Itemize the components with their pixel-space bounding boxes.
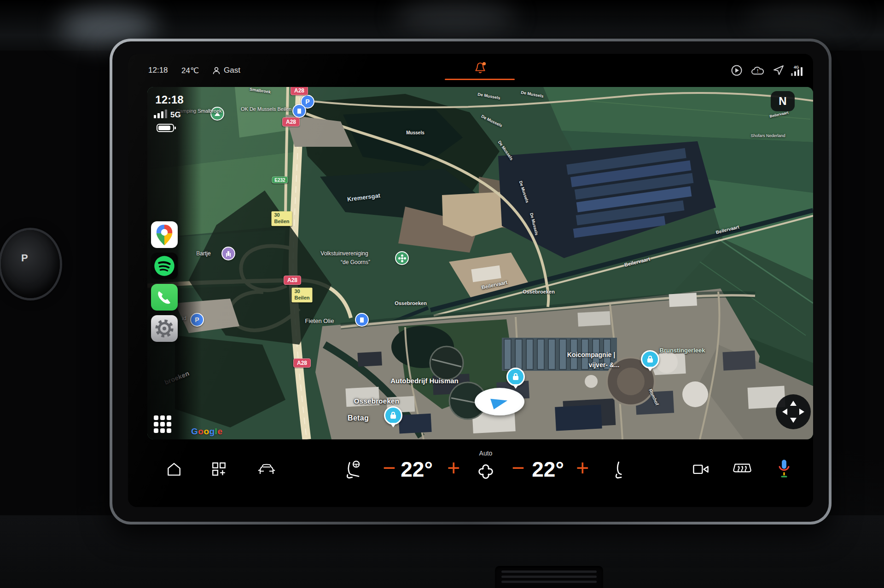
locked-place-pin[interactable] <box>384 406 402 425</box>
user-profile[interactable]: Gast <box>224 66 240 75</box>
carplay-icon <box>730 64 743 77</box>
fuel-poi-icon[interactable] <box>292 104 306 118</box>
outside-temperature: 24℃ <box>181 66 199 75</box>
lock-icon <box>641 350 659 369</box>
camera-button[interactable] <box>692 461 710 477</box>
pan-down-icon[interactable] <box>790 418 797 423</box>
monument-poi-icon[interactable] <box>221 247 235 260</box>
map-label: OK De Mussels Beilen <box>241 106 291 112</box>
climate-bar: − 22° + Auto − 22° + <box>128 439 813 507</box>
map-label: Mussels <box>406 130 424 135</box>
passenger-temp-value: 22° <box>532 457 564 482</box>
carplay-home-grid[interactable] <box>154 415 175 435</box>
map-label: Ossebroeken <box>523 289 555 294</box>
home-button[interactable] <box>166 461 182 477</box>
passenger-temp-minus[interactable]: − <box>512 455 524 480</box>
map-label: Volkstuinvereniging <box>320 250 368 257</box>
map-label: Ossebroeken <box>354 397 399 405</box>
cloud-alert-icon: ! <box>750 66 765 76</box>
map-label: Betag <box>348 414 369 422</box>
map-label: Brunstingerleek <box>660 347 705 354</box>
road-shield: E232 <box>272 177 288 184</box>
carplay-signal-5g: 5G <box>153 109 186 119</box>
road-shield: A28 <box>284 276 301 285</box>
map-label: Fieten Olie <box>305 317 334 324</box>
pan-right-icon[interactable] <box>799 409 804 415</box>
dashboard-lower <box>0 515 884 588</box>
fan-mode-label: Auto <box>479 450 493 457</box>
air-vent <box>495 566 603 588</box>
app-google-maps[interactable] <box>151 221 178 248</box>
driver-temp-minus[interactable]: − <box>383 455 395 480</box>
driver-temp-value: 22° <box>401 457 433 482</box>
battery-icon <box>157 123 177 133</box>
garden-poi-icon[interactable] <box>395 251 409 265</box>
status-bar: 12:18 24℃ Gast ! 4G <box>128 54 813 87</box>
fuel-poi-icon[interactable] <box>355 313 369 327</box>
navigation-arrow-icon <box>490 394 509 409</box>
driver-seat-button[interactable] <box>343 460 363 480</box>
notifications-bell-icon[interactable] <box>472 61 488 75</box>
map-label: “de Goorns” <box>341 259 370 265</box>
app-spotify[interactable] <box>151 253 178 279</box>
infotainment-screen: 12:18 24℃ Gast ! 4G <box>128 54 813 507</box>
fan-button[interactable] <box>477 462 495 481</box>
app-settings[interactable] <box>151 315 178 342</box>
road-shield: 30Beilen <box>271 211 292 226</box>
location-arrow-icon <box>773 64 785 76</box>
car-settings-button[interactable] <box>257 461 276 477</box>
locked-place-pin[interactable] <box>506 368 525 386</box>
parking-brake-knob[interactable] <box>1 230 60 298</box>
apps-button[interactable] <box>211 461 227 477</box>
satellite-imagery <box>147 87 813 439</box>
signal-4g-icon: 4G <box>789 64 805 77</box>
pan-control[interactable] <box>776 394 811 429</box>
pillar-glow-2 <box>746 3 856 30</box>
locked-place-pin[interactable] <box>641 350 659 369</box>
lock-icon <box>384 406 402 425</box>
pan-left-icon[interactable] <box>782 409 787 415</box>
pillar-glow <box>396 0 516 32</box>
carplay-sidebar: 12:18 5G <box>147 87 202 439</box>
satellite-map[interactable]: Camping SmalbroekSmalbroekOK De Mussels … <box>147 87 813 439</box>
app-phone[interactable] <box>151 284 178 311</box>
lock-icon <box>506 368 525 386</box>
driver-temp-plus[interactable]: + <box>447 455 460 480</box>
road-shield: A28 <box>293 358 311 368</box>
parking-brake-label: P <box>21 252 28 264</box>
svg-text:5G: 5G <box>170 110 181 119</box>
map-label: Shofars Nederland <box>750 133 785 138</box>
notification-handle[interactable] <box>445 79 515 80</box>
current-location-puck <box>475 388 524 415</box>
map-label: Ossebroeken <box>395 300 427 306</box>
carplay-clock: 12:18 <box>152 93 187 106</box>
compass-button[interactable]: N <box>771 91 795 111</box>
passenger-seat-button[interactable] <box>611 460 629 480</box>
passenger-temp-plus[interactable]: + <box>576 455 589 480</box>
pan-up-icon[interactable] <box>790 401 797 406</box>
clock: 12:18 <box>148 66 168 75</box>
signal-4g-label: 4G <box>794 65 799 69</box>
defrost-button[interactable] <box>732 461 752 478</box>
road-shield: A28 <box>291 87 308 95</box>
voice-assistant-button[interactable] <box>776 459 792 480</box>
svg-text:!: ! <box>757 69 758 74</box>
road-shield: 30Beilen <box>291 288 312 302</box>
map-label: Koicompagnie | <box>567 351 615 358</box>
map-label: vijver- &... <box>589 361 620 369</box>
google-logo: Google <box>191 427 222 437</box>
user-icon <box>212 66 221 75</box>
map-label: Autobedrijf Huisman <box>390 377 459 385</box>
road-shield: A28 <box>282 117 300 127</box>
